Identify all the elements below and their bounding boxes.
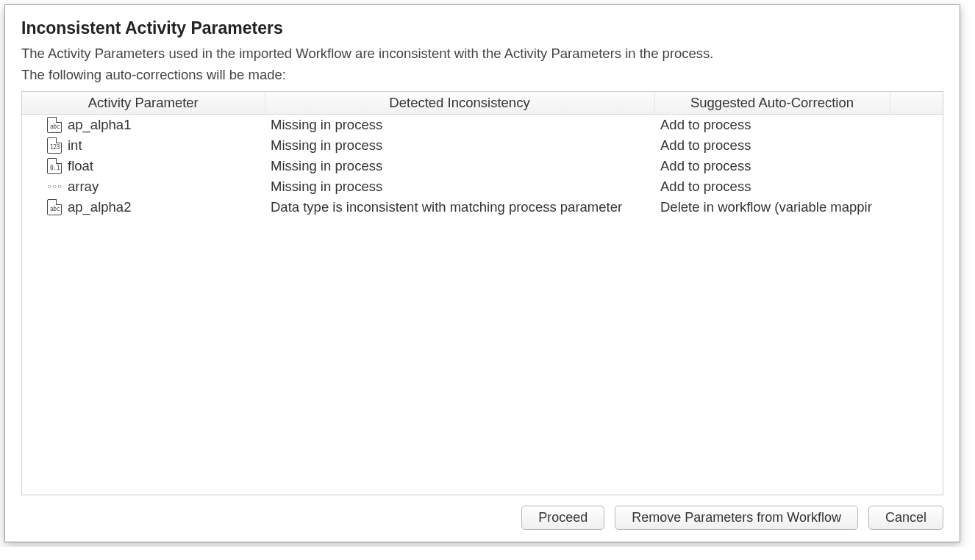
inconsistent-parameters-dialog: Inconsistent Activity Parameters The Act… <box>4 4 960 542</box>
suggested-auto-correction: Add to process <box>654 156 890 176</box>
dialog-description-line2: The following auto-corrections will be m… <box>21 65 943 85</box>
table-row[interactable]: abcap_alpha1Missing in processAdd to pro… <box>22 114 943 135</box>
dialog-description-line1: The Activity Parameters used in the impo… <box>21 44 943 64</box>
file-icon: abc <box>47 199 62 215</box>
parameter-name: int <box>68 137 82 154</box>
suggested-auto-correction: Delete in workflow (variable mappir <box>654 197 890 218</box>
parameter-name: array <box>68 179 99 195</box>
dialog-button-bar: Proceed Remove Parameters from Workflow … <box>21 506 943 530</box>
table-row[interactable]: 123intMissing in processAdd to process <box>22 135 943 156</box>
parameters-table-container: Activity Parameter Detected Inconsistenc… <box>21 91 943 495</box>
proceed-button[interactable]: Proceed <box>521 506 604 530</box>
parameter-name: ap_alpha2 <box>68 199 131 215</box>
suggested-auto-correction: Add to process <box>654 176 890 197</box>
col-header-spacer <box>890 92 943 115</box>
parameters-table: Activity Parameter Detected Inconsistenc… <box>22 92 943 218</box>
suggested-auto-correction: Add to process <box>654 114 890 135</box>
array-icon: ○○○ <box>47 179 62 195</box>
detected-inconsistency: Missing in process <box>265 156 654 176</box>
parameter-name: ap_alpha1 <box>68 117 131 133</box>
table-row[interactable]: 0.1floatMissing in processAdd to process <box>22 156 943 176</box>
file-icon: abc <box>47 117 62 133</box>
suggested-auto-correction: Add to process <box>654 135 890 156</box>
detected-inconsistency: Missing in process <box>265 135 654 156</box>
detected-inconsistency: Missing in process <box>265 176 654 197</box>
col-header-activity-parameter[interactable]: Activity Parameter <box>22 92 265 115</box>
detected-inconsistency: Missing in process <box>265 114 654 135</box>
table-row[interactable]: ○○○arrayMissing in processAdd to process <box>22 176 943 197</box>
file-icon: 0.1 <box>47 158 62 174</box>
dialog-title: Inconsistent Activity Parameters <box>21 18 943 38</box>
remove-parameters-button[interactable]: Remove Parameters from Workflow <box>615 506 858 530</box>
col-header-suggested-auto-correction[interactable]: Suggested Auto-Correction <box>654 92 890 115</box>
detected-inconsistency: Data type is inconsistent with matching … <box>265 197 654 218</box>
parameter-name: float <box>68 158 93 174</box>
file-icon: 123 <box>47 137 62 154</box>
table-row[interactable]: abcap_alpha2Data type is inconsistent wi… <box>22 197 943 218</box>
col-header-detected-inconsistency[interactable]: Detected Inconsistency <box>265 92 654 115</box>
cancel-button[interactable]: Cancel <box>868 506 943 530</box>
table-header-row: Activity Parameter Detected Inconsistenc… <box>22 92 943 115</box>
